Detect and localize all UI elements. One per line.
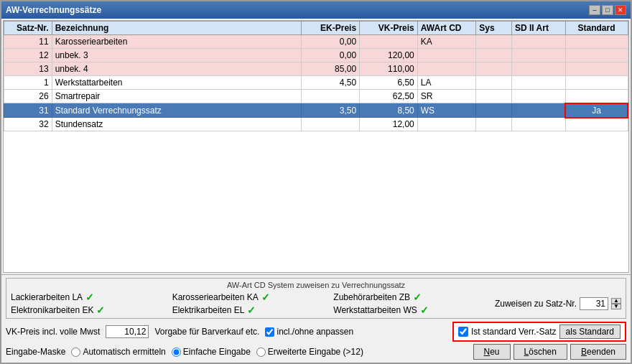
awart-check-3: ✓	[96, 304, 105, 316]
col-header-ek: EK-Preis	[302, 22, 360, 35]
radio-einfach-label: Einfache Eingabe	[183, 347, 251, 357]
cell-bez: unbek. 3	[52, 49, 302, 62]
awart-item-0: Lackierarbeiten LA ✓	[11, 291, 169, 303]
spinner-down[interactable]: ▼	[611, 304, 621, 309]
vk-price-input[interactable]	[106, 325, 149, 338]
col-header-nr: Satz-Nr.	[4, 22, 52, 35]
cell-sdii	[512, 118, 566, 131]
awart-title: AW-Art CD System zuweisen zu Verrechnung…	[11, 281, 621, 289]
vk-row: VK-Preis incl. volle Mwst Vorgabe für Ba…	[6, 322, 626, 342]
maximize-button[interactable]: □	[602, 5, 613, 15]
main-window: AW-Verrechnungssätze – □ ✕ Satz-Nr. Beze…	[0, 0, 632, 364]
awart-label-0: Lackierarbeiten LA	[11, 292, 83, 302]
radio-erweitert-input[interactable]	[256, 347, 266, 357]
loeschen-button[interactable]: Löschen	[514, 344, 567, 360]
incl-ohne-area: incl./ohne anpassen	[265, 327, 353, 337]
cell-standard: Ja	[565, 103, 628, 118]
cell-standard	[565, 90, 628, 103]
radio-auto[interactable]: Automatisch ermitteln	[71, 347, 165, 357]
cell-sys	[476, 118, 512, 131]
awart-label-2: Zubehörarbeiten ZB	[333, 292, 410, 302]
col-header-bez: Bezeichnung	[52, 22, 302, 35]
satz-nr-spinner: ▲ ▼	[611, 298, 621, 309]
cell-sys	[476, 35, 512, 49]
col-header-sys: Sys	[476, 22, 512, 35]
cell-awart	[417, 118, 476, 131]
cell-vk: 12,00	[360, 118, 418, 131]
neu-button[interactable]: Neu	[473, 344, 511, 360]
table-row[interactable]: 26Smartrepair62,50SR	[4, 90, 628, 103]
cell-standard	[565, 62, 628, 76]
ist-standard-checkbox[interactable]	[458, 327, 468, 337]
window-title: AW-Verrechnungssätze	[6, 5, 101, 15]
cell-vk: 6,50	[360, 76, 418, 90]
cell-nr: 11	[4, 35, 52, 49]
vorgabe-label: Vorgabe für Barverkauf etc.	[154, 327, 259, 337]
cell-nr: 12	[4, 49, 52, 62]
cell-ek	[302, 90, 360, 103]
cell-sys	[476, 90, 512, 103]
col-header-standard: Standard	[565, 22, 628, 35]
table-row[interactable]: 32Stundensatz12,00	[4, 118, 628, 131]
cell-awart	[417, 49, 476, 62]
cell-standard	[565, 118, 628, 131]
cell-awart: LA	[417, 76, 476, 90]
radio-auto-input[interactable]	[71, 347, 80, 357]
cell-nr: 13	[4, 62, 52, 76]
minimize-button[interactable]: –	[589, 5, 600, 15]
awart-label-1: Karosseriearbeiten KA	[172, 292, 259, 302]
awart-section: AW-Art CD System zuweisen zu Verrechnung…	[6, 278, 626, 319]
radio-einfach-input[interactable]	[172, 347, 181, 357]
eingabe-label: Eingabe-Maske	[6, 347, 65, 357]
cell-ek: 85,00	[302, 62, 360, 76]
table-row[interactable]: 1Werkstattarbeiten4,506,50LA	[4, 76, 628, 90]
cell-awart: KA	[417, 35, 476, 49]
close-button[interactable]: ✕	[615, 5, 626, 15]
cell-standard	[565, 35, 628, 49]
bottom-btn-row: Eingabe-Maske Automatisch ermitteln Einf…	[6, 344, 626, 360]
cell-ek: 0,00	[302, 49, 360, 62]
col-header-awart: AWArt CD	[417, 22, 476, 35]
window-controls: – □ ✕	[589, 5, 626, 15]
cell-awart: SR	[417, 90, 476, 103]
beenden-button[interactable]: Beenden	[570, 344, 626, 360]
cell-sdii	[512, 35, 566, 49]
table-row[interactable]: 11Karosseriearbeiten0,00KA	[4, 35, 628, 49]
cell-sys	[476, 62, 512, 76]
satz-nr-input[interactable]	[580, 297, 608, 310]
awart-check-2: ✓	[413, 291, 422, 303]
action-buttons: Neu Löschen Beenden	[473, 344, 626, 360]
bottom-panel: AW-Art CD System zuweisen zu Verrechnung…	[1, 274, 631, 363]
title-bar: AW-Verrechnungssätze – □ ✕	[1, 1, 631, 19]
radio-erweitert[interactable]: Erweiterte Eingabe (>12)	[256, 347, 363, 357]
cell-sdii	[512, 49, 566, 62]
awart-check-1: ✓	[261, 291, 270, 303]
cell-bez: Werkstattarbeiten	[52, 76, 302, 90]
als-standard-button[interactable]: als Standard	[559, 325, 621, 339]
table-row[interactable]: 13unbek. 485,00110,00	[4, 62, 628, 76]
cell-sdii	[512, 90, 566, 103]
incl-ohne-label: incl./ohne anpassen	[276, 327, 353, 337]
cell-awart	[417, 62, 476, 76]
cell-ek	[302, 118, 360, 131]
verrechnungssatz-table: Satz-Nr. Bezeichnung EK-Preis VK-Preis A…	[4, 21, 628, 131]
incl-ohne-checkbox[interactable]	[265, 327, 274, 337]
standard-box: Ist standard Verr.-Satz als Standard	[452, 322, 626, 342]
cell-nr: 26	[4, 90, 52, 103]
cell-standard	[565, 76, 628, 90]
table-row[interactable]: 31Standard Verrechnungssatz3,508,50WSJa	[4, 103, 628, 118]
awart-item-4: Elektrikarbeiten EL ✓	[172, 304, 331, 316]
cell-sys	[476, 76, 512, 90]
radio-einfach[interactable]: Einfache Eingabe	[172, 347, 251, 357]
awart-check-0: ✓	[85, 291, 94, 303]
awart-label-4: Elektrikarbeiten EL	[172, 305, 245, 315]
eingabe-radio-group: Automatisch ermitteln Einfache Eingabe E…	[71, 347, 470, 357]
ist-standard-label: Ist standard Verr.-Satz	[471, 327, 557, 337]
awart-item-3: Elektronikarbeiten EK ✓	[11, 304, 169, 316]
radio-auto-label: Automatisch ermitteln	[83, 347, 165, 357]
cell-ek: 3,50	[302, 103, 360, 118]
col-header-vk: VK-Preis	[360, 22, 418, 35]
cell-bez: Standard Verrechnungssatz	[52, 103, 302, 118]
cell-bez: Karosseriearbeiten	[52, 35, 302, 49]
table-row[interactable]: 12unbek. 30,00120,00	[4, 49, 628, 62]
